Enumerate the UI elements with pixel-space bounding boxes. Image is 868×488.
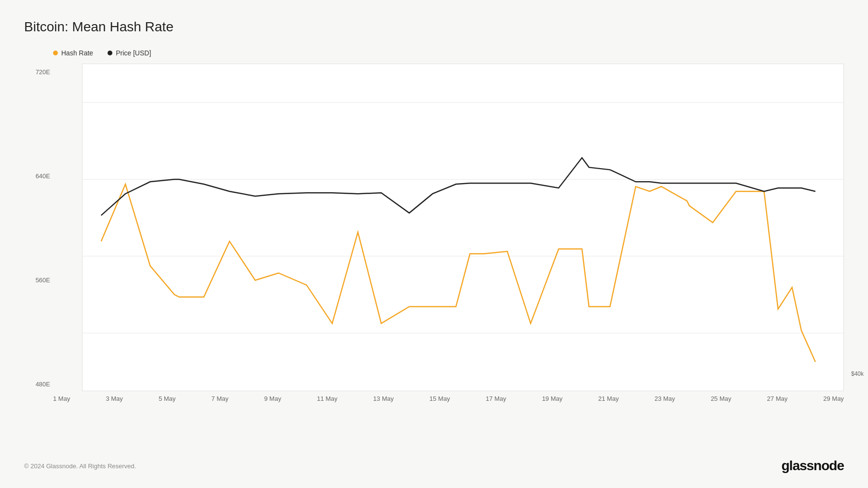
x-label-11may: 11 May bbox=[317, 395, 338, 402]
x-label-19may: 19 May bbox=[542, 395, 563, 402]
hash-rate-dot bbox=[53, 51, 58, 55]
chart-legend: Hash Rate Price [USD] bbox=[53, 49, 844, 57]
footer: © 2024 Glassnode. All Rights Reserved. g… bbox=[24, 458, 844, 474]
x-label-3may: 3 May bbox=[106, 395, 122, 402]
brand-logo: glassnode bbox=[782, 458, 844, 474]
chart-area: $40k bbox=[82, 64, 844, 391]
x-label-27may: 27 May bbox=[767, 395, 788, 402]
x-label-29may: 29 May bbox=[823, 395, 844, 402]
x-label-5may: 5 May bbox=[159, 395, 176, 402]
x-label-7may: 7 May bbox=[211, 395, 228, 402]
y-label-640: 640E bbox=[25, 172, 50, 180]
x-label-9may: 9 May bbox=[264, 395, 281, 402]
x-axis: 1 May 3 May 5 May 7 May 9 May 11 May 13 … bbox=[53, 391, 844, 402]
price-line bbox=[101, 158, 815, 215]
legend-price: Price [USD] bbox=[108, 49, 151, 57]
x-label-17may: 17 May bbox=[486, 395, 506, 402]
y-label-560: 560E bbox=[25, 277, 50, 284]
x-label-1may: 1 May bbox=[53, 395, 70, 402]
copyright: © 2024 Glassnode. All Rights Reserved. bbox=[24, 462, 136, 470]
y-label-720: 720E bbox=[25, 68, 50, 76]
x-label-13may: 13 May bbox=[373, 395, 394, 402]
hash-rate-line bbox=[101, 184, 815, 362]
hash-rate-label: Hash Rate bbox=[61, 49, 93, 57]
y-label-480: 480E bbox=[25, 381, 50, 388]
x-label-25may: 25 May bbox=[711, 395, 732, 402]
right-price-label: $40k bbox=[851, 370, 864, 377]
legend-hash-rate: Hash Rate bbox=[53, 49, 93, 57]
page-title: Bitcoin: Mean Hash Rate bbox=[24, 19, 844, 35]
price-dot bbox=[108, 51, 112, 55]
x-label-15may: 15 May bbox=[430, 395, 450, 402]
x-label-21may: 21 May bbox=[598, 395, 619, 402]
y-axis: 720E 640E 560E 480E bbox=[25, 64, 50, 402]
x-label-23may: 23 May bbox=[654, 395, 675, 402]
price-label: Price [USD] bbox=[116, 49, 151, 57]
chart-svg bbox=[82, 64, 843, 391]
